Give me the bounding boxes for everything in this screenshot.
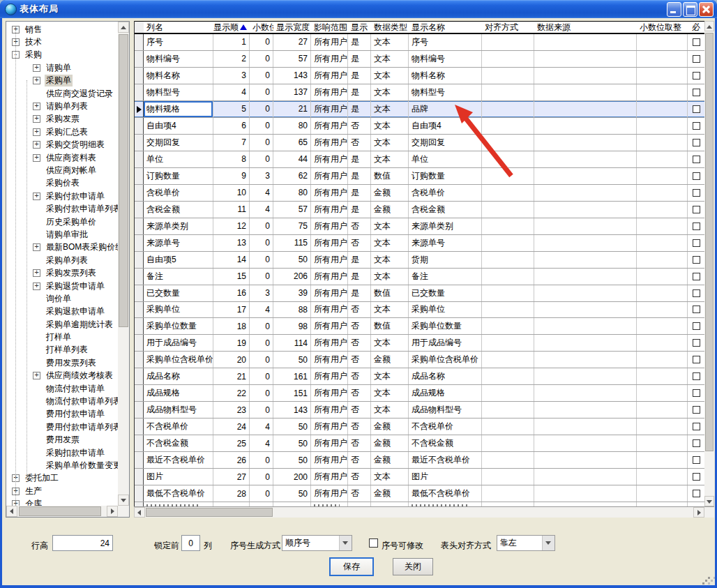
row-height-input[interactable] [52, 535, 113, 551]
cell-display-name[interactable]: 图片 [409, 469, 482, 485]
cell-align[interactable] [482, 435, 534, 451]
cell-display-name[interactable]: 来源单类别 [409, 218, 482, 234]
tree-expander-icon[interactable]: + [33, 243, 40, 251]
cell-required[interactable] [688, 151, 704, 167]
cell-decimals[interactable]: 4 [250, 202, 273, 218]
cell-display-order[interactable]: 18 [213, 318, 250, 334]
cell-display-name[interactable]: 自由项4 [409, 118, 482, 134]
tree-item[interactable]: 供应商对帐单 [6, 164, 118, 176]
row-selector[interactable] [135, 51, 144, 67]
cell-show-flag[interactable]: 是 [348, 151, 371, 167]
resize-grip-icon[interactable] [708, 577, 710, 579]
cell-source[interactable] [534, 235, 637, 251]
cell-source[interactable] [534, 168, 637, 184]
cell-align[interactable] [482, 485, 534, 502]
cell-scope[interactable]: 所有用户 [311, 419, 348, 435]
cell-column-name[interactable]: 物料编号 [144, 51, 213, 67]
cell-column-name[interactable]: 采购单位数量 [144, 318, 213, 334]
cell-rounding[interactable] [637, 285, 688, 301]
tree-item[interactable]: 费用付款申请单 [6, 408, 118, 421]
cell-rounding[interactable] [637, 168, 688, 184]
cell-show-flag[interactable]: 是 [348, 168, 371, 184]
cell-show-flag[interactable]: 否 [348, 368, 371, 384]
cell-datatype[interactable]: 金额 [371, 419, 409, 435]
row-selector[interactable] [135, 335, 144, 351]
tree-item[interactable]: + 生产 [6, 485, 118, 497]
cell-show-flag[interactable]: 否 [348, 335, 371, 351]
cell-display-width[interactable]: 80 [273, 118, 311, 134]
required-checkbox[interactable] [693, 423, 700, 430]
cell-scope[interactable]: 所有用户 [311, 385, 348, 401]
cell-datatype[interactable]: 金额 [371, 452, 409, 468]
cell-display-name[interactable]: 采购单位数量 [409, 318, 482, 334]
tree-expander-icon[interactable]: + [33, 372, 40, 379]
cell-rounding[interactable] [637, 252, 688, 268]
title-bar[interactable]: 表体布局 [0, 0, 717, 18]
cell-rounding[interactable] [637, 68, 688, 84]
cell-decimals[interactable]: 0 [250, 485, 273, 502]
cell-column-name[interactable]: 物料名称 [144, 68, 213, 84]
cell-required[interactable] [688, 385, 704, 401]
cell-show-flag[interactable]: 否 [348, 419, 371, 435]
tree-vertical-scrollbar[interactable] [118, 22, 129, 506]
required-checkbox[interactable] [693, 339, 700, 347]
cell-column-name[interactable]: 备注 [144, 269, 213, 285]
cell-display-name[interactable]: 不含税金额 [409, 435, 482, 451]
cell-decimals[interactable]: 0 [250, 68, 273, 84]
cell-source[interactable] [534, 218, 637, 234]
cell-display-order[interactable]: 8 [213, 151, 250, 167]
cell-required[interactable] [688, 135, 704, 151]
cell-source[interactable] [534, 151, 637, 167]
column-header-name[interactable]: 列名 [144, 22, 213, 33]
grid-hscroll-thumb[interactable] [146, 508, 273, 517]
chevron-down-icon[interactable] [339, 536, 352, 550]
cell-decimals[interactable]: 4 [250, 419, 273, 435]
cell-scope[interactable]: 所有用户 [311, 285, 348, 301]
cell-align[interactable] [482, 101, 534, 117]
cell-column-name[interactable]: 不含税单价 [144, 419, 213, 435]
cell-show-flag[interactable]: 否 [348, 452, 371, 468]
cell-column-name[interactable]: 采购单位含税单价 [144, 352, 213, 368]
cell-rounding[interactable] [637, 84, 688, 100]
cell-display-order[interactable]: 20 [213, 352, 250, 368]
cell-source[interactable] [534, 118, 637, 134]
cell-rounding[interactable] [637, 419, 688, 435]
scroll-left-icon[interactable] [134, 507, 145, 518]
cell-source[interactable] [534, 368, 637, 384]
cell-column-name[interactable]: 采购单位 [144, 302, 213, 318]
cell-scope[interactable]: 所有用户 [311, 135, 348, 151]
cell-display-name[interactable]: 已交数量 [409, 285, 482, 301]
cell-show-flag[interactable]: 是 [348, 51, 371, 67]
grid-row[interactable]: 不含税金额 25 4 50 所有用户 否 金额 不含税金额 [135, 435, 704, 452]
cell-display-width[interactable]: 88 [273, 302, 311, 318]
cell-display-name[interactable]: 含税金额 [409, 202, 482, 218]
cell-required[interactable] [688, 235, 704, 251]
cell-datatype[interactable]: 文本 [371, 101, 409, 117]
tree-item[interactable]: 费用发票列表 [6, 356, 118, 369]
column-header-displayname[interactable]: 显示名称 [409, 22, 482, 33]
cell-display-order[interactable]: 15 [213, 269, 250, 285]
column-header-rounding[interactable]: 小数位取整 [637, 22, 688, 33]
cell-display-order[interactable]: 12 [213, 218, 250, 234]
tree-item[interactable]: + 供应商绩效考核表 [6, 370, 118, 382]
grid-row[interactable]: 序号 1 0 27 所有用户 是 文本 序号 [135, 34, 704, 51]
cell-display-width[interactable]: 57 [273, 51, 311, 67]
grid-row[interactable]: 物料名称 3 0 143 所有用户 是 文本 物料名称 [135, 68, 704, 84]
tree-item[interactable]: - 采购 [6, 49, 118, 61]
seq-editable-checkbox[interactable] [369, 538, 378, 548]
cell-datatype[interactable]: 数值 [371, 168, 409, 184]
cell-datatype[interactable]: 文本 [371, 252, 409, 268]
cell-rounding[interactable] [637, 101, 688, 117]
row-selector[interactable] [135, 202, 144, 218]
cell-rounding[interactable] [637, 368, 688, 384]
required-checkbox[interactable] [693, 490, 700, 497]
cell-display-width[interactable]: 206 [273, 269, 311, 285]
cell-display-name[interactable]: 品牌 [409, 101, 482, 117]
cell-align[interactable] [482, 202, 534, 218]
cell-scope[interactable]: 所有用户 [311, 352, 348, 368]
cell-datatype[interactable]: 文本 [371, 269, 409, 285]
cell-display-width[interactable]: 115 [273, 235, 311, 251]
cell-decimals[interactable]: 0 [250, 402, 273, 418]
cell-scope[interactable]: 所有用户 [311, 368, 348, 384]
cell-rounding[interactable] [637, 51, 688, 67]
